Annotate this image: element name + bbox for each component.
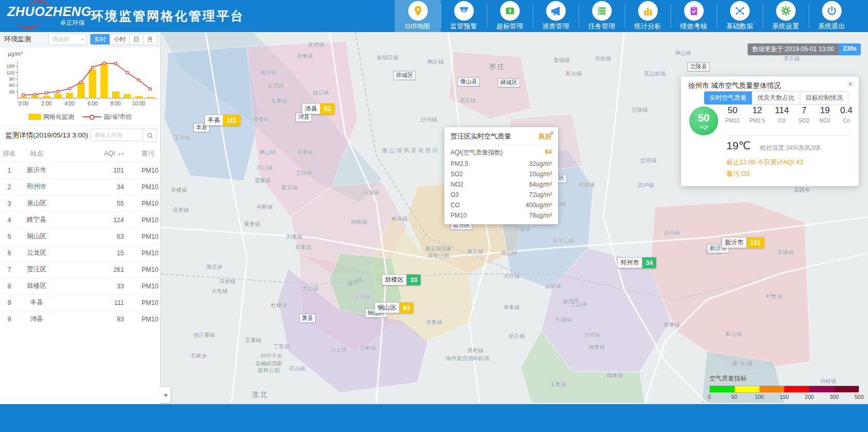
nav-item-任务管理[interactable]: 任务管理 bbox=[579, 0, 625, 32]
col-rank: 排名 bbox=[0, 149, 19, 158]
metric-label: PM10 bbox=[725, 117, 739, 124]
aqi-cell: 111 bbox=[98, 299, 128, 306]
station-cell: 新沂市 bbox=[19, 166, 55, 175]
station-badge-沛县[interactable]: 沛县93 bbox=[302, 103, 334, 114]
city-air-quality-panel: 徐州市 城市空气质量整体情况 × 实时空气质量优良天数占比目标控制情况 50 A… bbox=[681, 76, 859, 186]
legend-grid-monitor[interactable]: 网格化监测 bbox=[28, 113, 74, 121]
badge-name: 邳州市 bbox=[617, 257, 642, 268]
svg-text:0:00: 0:00 bbox=[18, 101, 28, 106]
legend-national-control-label: 国/省/市控 bbox=[104, 113, 132, 121]
panel-close-icon[interactable]: × bbox=[848, 79, 853, 89]
chart-unit-label: μg/m³ bbox=[8, 51, 160, 57]
nav-item-绩效考核[interactable]: 绩效考核 bbox=[671, 0, 717, 32]
station-badge-铜山区[interactable]: 铜山区63 bbox=[375, 302, 413, 313]
nav-item-巡查管理[interactable]: 巡查管理 bbox=[533, 0, 579, 32]
legend-stop: 500 bbox=[855, 394, 864, 400]
popup-row-label: PM10 bbox=[451, 212, 529, 219]
station-select[interactable]: 请选择 ▾ bbox=[49, 34, 87, 45]
svg-text:90: 90 bbox=[9, 76, 14, 82]
station-badge-新沂市[interactable]: 新沂市101 bbox=[722, 237, 764, 248]
metric-label: PM2.5 bbox=[749, 117, 765, 124]
popup-row: NO264ug/m³ bbox=[451, 181, 552, 188]
pollutant-cell: PM10 bbox=[128, 299, 160, 306]
station-badge-邳州市[interactable]: 邳州市34 bbox=[617, 257, 656, 268]
metric-label: Co bbox=[840, 117, 853, 124]
nav-label: 统计分析 bbox=[634, 22, 661, 31]
search-input[interactable] bbox=[90, 129, 143, 141]
badge-name: 丰县 bbox=[205, 115, 223, 126]
humidity-wind: 相对湿度:34%东风3级 bbox=[760, 144, 820, 152]
svg-text:120: 120 bbox=[6, 70, 14, 75]
time-tab-实时[interactable]: 实时 bbox=[90, 34, 110, 44]
pollutant-cell: PM10 bbox=[128, 266, 160, 273]
legend-national-control[interactable]: 国/省/市控 bbox=[83, 113, 132, 121]
popup-row: AQI(空气质量指数)64 bbox=[451, 148, 552, 157]
legend-stop: 0 bbox=[708, 394, 711, 400]
table-row[interactable]: 7贾汪区261PM10 bbox=[0, 261, 160, 277]
money-icon: ¥ bbox=[500, 1, 520, 21]
time-tab-日[interactable]: 日 bbox=[129, 34, 143, 44]
nav-item-系统退出[interactable]: 系统退出 bbox=[809, 0, 855, 32]
sort-arrows-icon[interactable]: ▲▼ bbox=[117, 151, 124, 157]
environment-monitor-panel: 环境监测 请选择 ▾ 实时小时日月 μg/m³ 3060901201500:00… bbox=[0, 32, 161, 404]
metric-value: 114 bbox=[775, 105, 789, 116]
table-row[interactable]: 6云龙区15PM10 bbox=[0, 244, 160, 261]
station-badge-丰县[interactable]: 丰县111 bbox=[205, 115, 240, 126]
popup-row-value: 78ug/m³ bbox=[529, 212, 552, 219]
rank-cell: 7 bbox=[0, 266, 19, 273]
table-row[interactable]: 4睢宁县124PM10 bbox=[0, 211, 160, 228]
table-row[interactable]: 2邳州市34PM10 bbox=[0, 178, 160, 195]
svg-text:2:00: 2:00 bbox=[41, 101, 52, 106]
aqi-cell: 33 bbox=[98, 283, 128, 290]
metric-label: O3 bbox=[775, 117, 789, 124]
time-range-group: 实时小时日月 bbox=[90, 34, 157, 45]
station-badge-鼓楼区[interactable]: 鼓楼区33 bbox=[382, 274, 421, 285]
badge-name: 新沂市 bbox=[722, 237, 747, 248]
station-popup: × 贾汪区实时空气质量 良好 AQI(空气质量指数)64PM2.532ug/m³… bbox=[444, 127, 558, 224]
nav-item-基础数据[interactable]: 基础数据 bbox=[717, 0, 763, 32]
pollutant-cell: PM10 bbox=[128, 233, 160, 240]
sidebar-collapse-button[interactable]: ◀ bbox=[160, 387, 171, 403]
time-tab-小时[interactable]: 小时 bbox=[110, 34, 129, 44]
table-row[interactable]: 9沛县93PM10 bbox=[0, 311, 160, 327]
camera-icon bbox=[454, 1, 474, 21]
badge-aqi-value: 111 bbox=[223, 115, 240, 126]
search-button[interactable] bbox=[143, 129, 157, 142]
aqi-color-legend: 空气质量指标 050100150200300500 bbox=[709, 374, 859, 402]
badge-aqi-value: 63 bbox=[399, 302, 413, 313]
aqi-label: AQI bbox=[700, 124, 708, 130]
popup-row: CO400ug/m³ bbox=[451, 202, 552, 209]
nav-item-监管预警[interactable]: 监管预警 bbox=[441, 0, 487, 32]
nav-item-GIS地图[interactable]: GIS地图 bbox=[395, 0, 441, 32]
time-tab-月[interactable]: 月 bbox=[143, 34, 157, 44]
popup-close-icon[interactable]: × bbox=[550, 129, 554, 137]
table-row[interactable]: 1新沂市101PM10 bbox=[0, 162, 160, 178]
primary-pollutant: 首污:O3 bbox=[726, 169, 750, 178]
divider bbox=[726, 135, 851, 136]
popup-row-label: AQI(空气质量指数) bbox=[451, 148, 545, 157]
nav-item-超标管理[interactable]: ¥超标管理 bbox=[487, 0, 533, 32]
table-row[interactable]: 9丰县111PM10 bbox=[0, 294, 160, 311]
tab-优良天数占比[interactable]: 优良天数占比 bbox=[752, 91, 800, 104]
nav-item-统计分析[interactable]: 统计分析 bbox=[625, 0, 671, 32]
air-quality-tabs: 实时空气质量优良天数占比目标控制情况 bbox=[704, 91, 848, 105]
server-icon bbox=[592, 1, 612, 21]
tab-目标控制情况[interactable]: 目标控制情况 bbox=[800, 91, 848, 104]
nav-item-系统设置[interactable]: 系统设置 bbox=[763, 0, 809, 32]
metric-value: 50 bbox=[725, 105, 739, 116]
table-row[interactable]: 5铜山区63PM10 bbox=[0, 228, 160, 244]
svg-text:150: 150 bbox=[6, 63, 14, 69]
metric-label: NO2 bbox=[819, 117, 831, 124]
svg-text:¥: ¥ bbox=[508, 8, 512, 14]
table-row[interactable]: 8鼓楼区33PM10 bbox=[0, 277, 160, 294]
tab-实时空气质量[interactable]: 实时空气质量 bbox=[704, 91, 752, 104]
table-row[interactable]: 3泉山区55PM10 bbox=[0, 195, 160, 211]
legend-stop: 50 bbox=[731, 394, 737, 400]
pollutant-cell: PM10 bbox=[128, 167, 160, 174]
monitor-chart: 3060901201500:002:004:006:008:0010:00 bbox=[2, 58, 159, 112]
detail-title: 监测详情(2019/05/13 3:00) bbox=[5, 131, 88, 140]
metric-value: 7 bbox=[799, 105, 810, 116]
pin-icon bbox=[408, 1, 428, 21]
chart-legend: 网格化监测 国/省/市控 bbox=[0, 112, 160, 122]
legend-segment bbox=[760, 386, 784, 392]
